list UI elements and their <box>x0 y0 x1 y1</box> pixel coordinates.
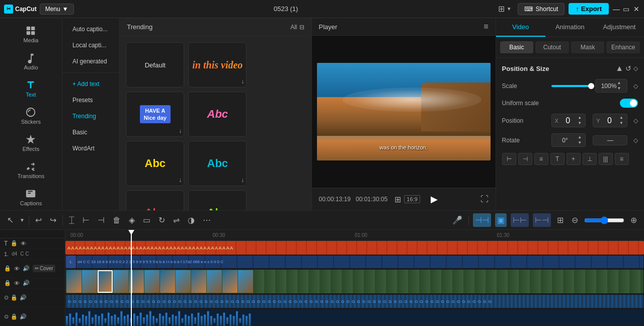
uniform-scale-toggle[interactable] <box>620 99 638 108</box>
align-center-v[interactable]: + <box>567 153 581 165</box>
prev-frame[interactable]: ⊣⊣ <box>473 213 491 227</box>
volume-icon-5[interactable]: 🔊 <box>20 313 27 320</box>
diamond-icon[interactable]: ◇ <box>633 65 638 72</box>
export-button[interactable]: ↑ Export <box>569 3 609 15</box>
y-down[interactable]: ▼ <box>619 121 624 126</box>
next-frame[interactable]: ⊢⊢ <box>511 213 529 227</box>
cursor-chevron[interactable]: ▼ <box>20 217 25 223</box>
eye-icon-3[interactable]: 👁 <box>14 280 20 286</box>
lock-icon-2[interactable]: 🔒 <box>4 265 11 272</box>
cover-button[interactable]: ✏ Cover <box>33 265 55 272</box>
y-stepper[interactable]: ▲ ▼ <box>619 115 624 126</box>
align-center-h[interactable]: ⊣ <box>518 153 532 165</box>
undo-button[interactable]: ↩ <box>33 213 44 227</box>
split-clip[interactable]: ⊢⊣ <box>533 213 551 227</box>
tab-video[interactable]: Video <box>496 18 545 37</box>
mic-button[interactable]: 🎤 <box>450 213 464 227</box>
volume-icon-3[interactable]: 🔊 <box>23 280 30 286</box>
panel-item-basic[interactable]: Basic <box>65 125 116 139</box>
align-right[interactable]: ≡ <box>534 153 548 165</box>
grid-icon[interactable]: ⊞ <box>394 195 401 204</box>
template-abc-yellow[interactable]: Abc ↓ <box>126 141 184 186</box>
player-menu-icon[interactable]: ≡ <box>484 22 488 31</box>
scale-slider[interactable] <box>551 85 591 87</box>
rotate-input[interactable]: 0° ▲ ▼ <box>551 133 586 147</box>
rect-button[interactable]: ▭ <box>141 213 152 227</box>
flip-button[interactable]: ⇌ <box>171 213 182 227</box>
template-abc-pink[interactable]: Abc <box>188 92 247 137</box>
zoom-out[interactable]: ⊖ <box>570 213 580 227</box>
maximize-button[interactable]: ▭ <box>623 6 630 13</box>
redo-button[interactable]: ↪ <box>48 213 58 227</box>
x-down[interactable]: ▼ <box>577 121 582 126</box>
zoom-slider[interactable] <box>584 216 624 224</box>
edit-copy[interactable]: ⊞ <box>555 213 566 227</box>
template-abc-cyan[interactable]: Abc ↓ <box>188 141 247 186</box>
align-distribute-h[interactable]: ||| <box>599 153 613 165</box>
rotate-diamond[interactable]: ◇ <box>633 137 638 144</box>
lock-icon-3[interactable]: 🔒 <box>4 280 11 286</box>
rotate-up[interactable]: ▲ <box>577 135 582 140</box>
fit-view[interactable]: ⊕ <box>628 213 639 227</box>
template-abc-red[interactable]: Abc ↓ <box>126 190 184 210</box>
trim-end-button[interactable]: ⊣ <box>96 213 107 227</box>
align-top[interactable]: T <box>550 153 565 165</box>
scale-down[interactable]: ▼ <box>616 86 621 91</box>
volume-icon-4[interactable]: 🔊 <box>20 294 27 301</box>
cursor-tool[interactable]: ↖ <box>5 213 16 227</box>
nav-item-transitions[interactable]: Transitions <box>8 157 53 183</box>
mask-button[interactable]: ◑ <box>186 213 197 227</box>
panel-item-auto-caption[interactable]: Auto captio... <box>65 22 116 36</box>
eye-icon[interactable]: 👁 <box>21 240 26 247</box>
lock-icon-4[interactable]: 🔒 <box>11 294 18 301</box>
position-y-input[interactable]: Y 0 ▲ ▼ <box>593 114 627 127</box>
volume-icon[interactable]: 🔊 <box>23 265 30 272</box>
minimize-button[interactable]: — <box>613 6 620 13</box>
play-button[interactable]: ▶ <box>427 192 441 206</box>
panel-item-add-text[interactable]: + Add text <box>65 77 116 91</box>
close-button[interactable]: ✕ <box>633 6 640 13</box>
scale-diamond[interactable]: ◇ <box>633 83 638 90</box>
scale-up[interactable]: ▲ <box>616 80 621 86</box>
subtab-mask[interactable]: Mask <box>571 41 605 53</box>
nav-item-captions[interactable]: Captions <box>8 184 53 210</box>
chevron-up-icon[interactable]: ▲ <box>615 64 623 73</box>
shield-button[interactable]: ◈ <box>127 213 137 227</box>
reset-icon[interactable]: ↺ <box>625 64 631 72</box>
x-up[interactable]: ▲ <box>577 115 582 120</box>
eye-icon-2[interactable]: 👁 <box>14 266 20 272</box>
panel-item-presets[interactable]: Presets <box>65 93 116 107</box>
template-video-text[interactable]: in this video ↓ <box>188 42 247 88</box>
nav-item-media[interactable]: Media <box>8 21 53 47</box>
lock-icon-5[interactable]: 🔒 <box>11 313 18 320</box>
position-x-input[interactable]: X 0 ▲ ▼ <box>551 114 586 127</box>
scale-stepper[interactable]: ▲ ▼ <box>616 80 621 91</box>
nav-item-effects[interactable]: Effects <box>8 130 53 156</box>
y-up[interactable]: ▲ <box>619 115 624 120</box>
lock-icon[interactable]: 🔒 <box>11 240 18 247</box>
rotate-stepper[interactable]: ▲ ▼ <box>577 135 582 145</box>
tab-animation[interactable]: Animation <box>545 18 595 37</box>
align-left[interactable]: ⊢ <box>502 153 516 165</box>
fullscreen-icon[interactable]: ⛶ <box>480 195 489 204</box>
clip-settings[interactable]: ▣ <box>495 213 507 227</box>
shortcut-button[interactable]: ⌨ Shortcut <box>518 3 565 15</box>
panel-item-trending[interactable]: Trending <box>65 109 116 123</box>
template-nice-day[interactable]: HAVE ANice day ↓ <box>126 92 184 137</box>
nav-item-stickers[interactable]: Stickers <box>8 103 53 129</box>
align-bottom[interactable]: ⊥ <box>583 153 597 165</box>
panel-item-local-caption[interactable]: Local capti... <box>65 38 116 52</box>
position-diamond[interactable]: ◇ <box>633 117 638 124</box>
tab-adjustment[interactable]: Adjustment <box>595 18 644 37</box>
template-default[interactable]: Default <box>126 42 184 88</box>
panel-item-ai-generated[interactable]: AI generated <box>65 54 116 68</box>
align-distribute-v[interactable]: ≡ <box>615 153 629 165</box>
rotate-down[interactable]: ▼ <box>577 140 582 145</box>
template-abc-green[interactable]: Abc <box>188 190 247 210</box>
menu-button[interactable]: Menu ▼ <box>40 4 74 15</box>
subtab-enhance[interactable]: Enhance <box>606 41 640 53</box>
more-button[interactable]: ⋯ <box>201 213 213 227</box>
nav-item-audio[interactable]: Audio <box>8 48 53 74</box>
x-stepper[interactable]: ▲ ▼ <box>577 115 582 126</box>
delete-button[interactable]: 🗑 <box>111 214 123 227</box>
